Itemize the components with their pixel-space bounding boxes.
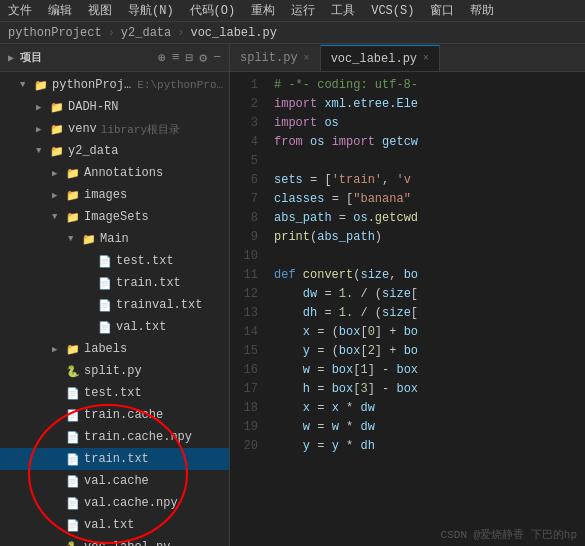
sidebar-icons: ⊕ ≡ ⊟ ⚙ −	[158, 50, 221, 66]
minimize-icon[interactable]: −	[213, 50, 221, 65]
code-line-19: w = w * dw	[274, 418, 577, 437]
tab-voc-close[interactable]: ×	[423, 53, 429, 64]
breadcrumb: pythonProject › y2_data › voc_label.py	[0, 22, 585, 44]
tree-item-split[interactable]: ▶ 🐍 split.py	[0, 360, 229, 382]
tree-item-main-test[interactable]: ▶ 📄 test.txt	[0, 250, 229, 272]
tree-item-val-cache-npy[interactable]: ▶ 📄 val.cache.npy	[0, 492, 229, 514]
tree-item-test-txt[interactable]: ▶ 📄 test.txt	[0, 382, 229, 404]
tree-item-val-txt[interactable]: ▶ 📄 val.txt	[0, 514, 229, 536]
breadcrumb-y2data[interactable]: y2_data	[121, 26, 171, 40]
tree-item-dadh[interactable]: ▶ 📁 DADH-RN	[0, 96, 229, 118]
menu-item-edit[interactable]: 编辑	[44, 2, 76, 19]
tab-voc-label[interactable]: voc_label.py ×	[321, 45, 440, 71]
tree-item-main[interactable]: ▼ 📁 Main	[0, 228, 229, 250]
menu-item-code[interactable]: 代码(O)	[186, 2, 240, 19]
tree-item-venv[interactable]: ▶ 📁 venv library根目录	[0, 118, 229, 140]
code-line-6: sets = ['train', 'v	[274, 171, 577, 190]
tab-split-close[interactable]: ×	[304, 53, 310, 64]
tab-voc-label-label: voc_label.py	[331, 52, 417, 66]
breadcrumb-project[interactable]: pythonProject	[8, 26, 102, 40]
menu-item-nav[interactable]: 导航(N)	[124, 2, 178, 19]
sidebar-title: 项目	[20, 50, 152, 65]
code-line-17: h = box[3] - box	[274, 380, 577, 399]
line-numbers: 12345 678910 1112131415 1617181920	[230, 72, 266, 546]
breadcrumb-sep2: ›	[177, 26, 184, 40]
tree-item-main-train[interactable]: ▶ 📄 train.txt	[0, 272, 229, 294]
add-icon[interactable]: ⊕	[158, 50, 166, 66]
sidebar-expand-icon: ▶	[8, 52, 14, 64]
code-line-3: import os	[274, 114, 577, 133]
code-line-4: from os import getcw	[274, 133, 577, 152]
menu-item-file[interactable]: 文件	[4, 2, 36, 19]
tree-item-images[interactable]: ▶ 📁 images	[0, 184, 229, 206]
editor-content: 12345 678910 1112131415 1617181920 # -*-…	[230, 72, 585, 546]
code-line-14: x = (box[0] + bo	[274, 323, 577, 342]
menu-item-view[interactable]: 视图	[84, 2, 116, 19]
code-line-11: def convert(size, bo	[274, 266, 577, 285]
tree-item-main-val[interactable]: ▶ 📄 val.txt	[0, 316, 229, 338]
tree-item-root[interactable]: ▼ 📁 pythonProject E:\pythonProject	[0, 74, 229, 96]
code-line-10	[274, 247, 577, 266]
sidebar: ▶ 项目 ⊕ ≡ ⊟ ⚙ − ▼ 📁 pythonProject E:\pyth…	[0, 44, 230, 546]
editor-area: split.py × voc_label.py × 12345 678910 1…	[230, 44, 585, 546]
code-line-7: classes = ["banana"	[274, 190, 577, 209]
tree-item-imagesets[interactable]: ▼ 📁 ImageSets	[0, 206, 229, 228]
code-line-2: import xml.etree.Ele	[274, 95, 577, 114]
code-content[interactable]: # -*- coding: utf-8- import xml.etree.El…	[266, 72, 585, 546]
tree-item-y2data[interactable]: ▼ 📁 y2_data	[0, 140, 229, 162]
code-line-9: print(abs_path)	[274, 228, 577, 247]
tree-item-train-cache[interactable]: ▶ 📄 train.cache	[0, 404, 229, 426]
split-icon[interactable]: ⊟	[186, 50, 194, 66]
code-line-5	[274, 152, 577, 171]
code-line-8: abs_path = os.getcwd	[274, 209, 577, 228]
code-line-1: # -*- coding: utf-8-	[274, 76, 577, 95]
tree-item-annotations[interactable]: ▶ 📁 Annotations	[0, 162, 229, 184]
tree-item-train-txt[interactable]: ▶ 📄 train.txt	[0, 448, 229, 470]
menu-item-window[interactable]: 窗口	[426, 2, 458, 19]
code-line-18: x = x * dw	[274, 399, 577, 418]
tree-item-val-cache[interactable]: ▶ 📄 val.cache	[0, 470, 229, 492]
tree-item-main-trainval[interactable]: ▶ 📄 trainval.txt	[0, 294, 229, 316]
editor-tabs: split.py × voc_label.py ×	[230, 44, 585, 72]
menu-bar: 文件 编辑 视图 导航(N) 代码(O) 重构 运行 工具 VCS(S) 窗口 …	[0, 0, 585, 22]
code-line-16: w = box[1] - box	[274, 361, 577, 380]
tab-split-label: split.py	[240, 51, 298, 65]
sidebar-tree: ▼ 📁 pythonProject E:\pythonProject ▶ 📁 D…	[0, 72, 229, 546]
code-line-12: dw = 1. / (size[	[274, 285, 577, 304]
breadcrumb-file[interactable]: voc_label.py	[190, 26, 276, 40]
menu-item-tools[interactable]: 工具	[327, 2, 359, 19]
code-line-13: dh = 1. / (size[	[274, 304, 577, 323]
breadcrumb-sep1: ›	[108, 26, 115, 40]
tree-item-voc-label[interactable]: ▶ 🐍 voc_label.py	[0, 536, 229, 546]
tree-item-labels[interactable]: ▶ 📁 labels	[0, 338, 229, 360]
menu-item-refactor[interactable]: 重构	[247, 2, 279, 19]
menu-item-run[interactable]: 运行	[287, 2, 319, 19]
code-line-20: y = y * dh	[274, 437, 577, 456]
watermark: CSDN @爱烧静香 下巴的hp	[441, 527, 577, 542]
menu-item-vcs[interactable]: VCS(S)	[367, 4, 418, 18]
list-icon[interactable]: ≡	[172, 50, 180, 65]
main-content: ▶ 项目 ⊕ ≡ ⊟ ⚙ − ▼ 📁 pythonProject E:\pyth…	[0, 44, 585, 546]
tree-item-train-cache-npy[interactable]: ▶ 📄 train.cache.npy	[0, 426, 229, 448]
menu-item-help[interactable]: 帮助	[466, 2, 498, 19]
sidebar-header: ▶ 项目 ⊕ ≡ ⊟ ⚙ −	[0, 44, 229, 72]
tab-split[interactable]: split.py ×	[230, 45, 321, 71]
code-line-15: y = (box[2] + bo	[274, 342, 577, 361]
settings-icon[interactable]: ⚙	[199, 50, 207, 66]
